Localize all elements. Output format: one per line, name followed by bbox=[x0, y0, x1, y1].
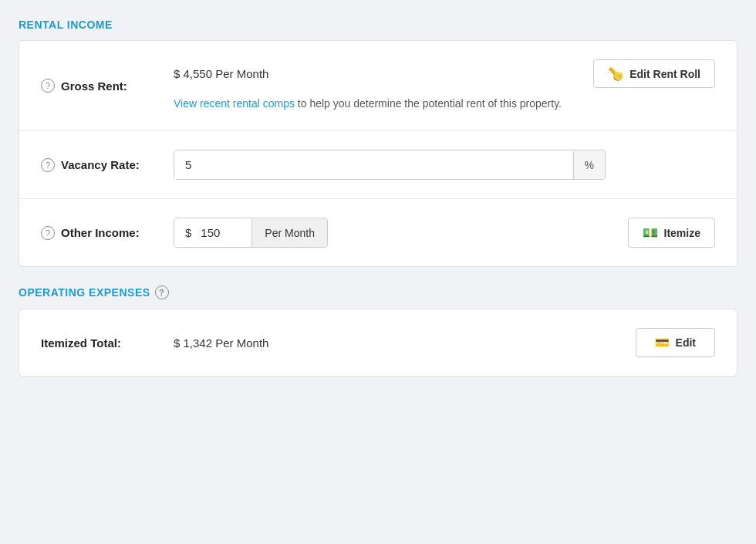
vacancy-input-row: % bbox=[174, 150, 715, 180]
gross-rent-value: $ 4,550 Per Month bbox=[174, 67, 268, 80]
itemized-total-label: Itemized Total: bbox=[41, 336, 121, 350]
operating-expenses-help-icon[interactable]: ? bbox=[155, 286, 169, 299]
other-income-label: Other Income: bbox=[61, 226, 140, 239]
vacancy-rate-label-area: ? Vacancy Rate: bbox=[41, 158, 164, 172]
vacancy-rate-input[interactable] bbox=[174, 150, 573, 179]
gross-rent-main: $ 4,550 Per Month 🔑 Edit Rent Roll bbox=[174, 59, 715, 88]
vacancy-rate-row: ? Vacancy Rate: % bbox=[19, 131, 737, 199]
other-income-help-icon[interactable]: ? bbox=[41, 226, 55, 240]
rental-income-card: ? Gross Rent: $ 4,550 Per Month 🔑 Edit R… bbox=[19, 40, 737, 267]
comps-suffix: to help you determine the potential rent… bbox=[295, 97, 562, 110]
itemized-total-value: $ 1,342 Per Month bbox=[174, 336, 626, 350]
gross-rent-help-icon[interactable]: ? bbox=[41, 79, 55, 93]
vacancy-input-wrapper: % bbox=[174, 150, 606, 180]
vacancy-pct-label: % bbox=[573, 151, 605, 179]
rental-income-section: RENTAL INCOME ? Gross Rent: $ 4,550 Per … bbox=[19, 19, 737, 267]
gross-rent-content: $ 4,550 Per Month 🔑 Edit Rent Roll View … bbox=[174, 59, 715, 112]
vacancy-rate-content: % bbox=[174, 150, 715, 180]
cash-icon: 💵 bbox=[643, 225, 658, 240]
comps-link[interactable]: View recent rental comps bbox=[174, 97, 295, 110]
comps-link-area: View recent rental comps to help you det… bbox=[174, 96, 715, 112]
other-income-input-wrapper: $ Per Month bbox=[174, 218, 328, 248]
itemize-button[interactable]: 💵 Itemize bbox=[628, 218, 715, 248]
vacancy-rate-label: Vacancy Rate: bbox=[61, 158, 140, 171]
dollar-sign: $ bbox=[174, 218, 197, 247]
itemized-total-row: Itemized Total: $ 1,342 Per Month 💳 Edit bbox=[19, 309, 737, 376]
gross-rent-label: Gross Rent: bbox=[61, 79, 127, 93]
per-month-button[interactable]: Per Month bbox=[251, 219, 327, 247]
operating-expenses-card: Itemized Total: $ 1,342 Per Month 💳 Edit bbox=[19, 309, 737, 377]
other-income-controls: $ Per Month 💵 Itemize bbox=[174, 218, 715, 248]
credit-card-icon: 💳 bbox=[655, 336, 670, 350]
itemized-total-label-area: Itemized Total: bbox=[41, 336, 164, 350]
gross-rent-label-area: ? Gross Rent: bbox=[41, 79, 164, 93]
operating-expenses-title: OPERATING EXPENSES ? bbox=[19, 286, 737, 299]
vacancy-help-icon[interactable]: ? bbox=[41, 158, 55, 172]
other-income-input[interactable] bbox=[197, 218, 251, 247]
gross-rent-row: ? Gross Rent: $ 4,550 Per Month 🔑 Edit R… bbox=[19, 41, 737, 131]
other-income-row: ? Other Income: $ Per Month 💵 bbox=[19, 199, 737, 266]
other-income-label-area: ? Other Income: bbox=[41, 226, 164, 240]
other-income-content: $ Per Month 💵 Itemize bbox=[174, 218, 715, 248]
edit-rent-roll-button[interactable]: 🔑 Edit Rent Roll bbox=[593, 59, 715, 88]
rental-income-title: RENTAL INCOME bbox=[19, 19, 737, 31]
itemized-total-edit-button[interactable]: 💳 Edit bbox=[636, 328, 715, 357]
key-icon: 🔑 bbox=[609, 66, 623, 82]
operating-expenses-section: OPERATING EXPENSES ? Itemized Total: $ 1… bbox=[19, 286, 737, 377]
